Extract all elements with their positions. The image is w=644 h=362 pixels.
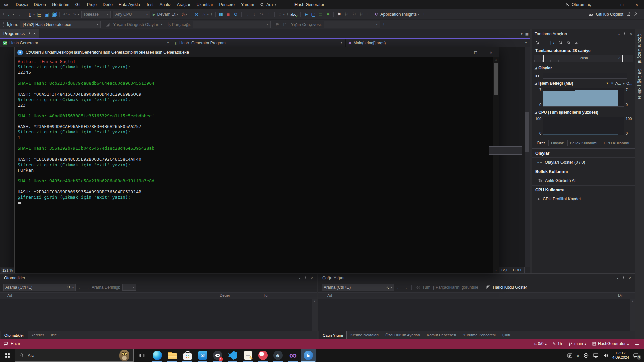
github-desktop-icon[interactable]: ☻ [270,349,285,362]
thread-select[interactable]: ▾ [193,21,271,28]
menu-item[interactable]: Görünüm [49,0,72,9]
console-scrollbar[interactable]: ▲ ▼ [493,57,499,273]
toolbar-icon[interactable]: ▾ [12,11,15,18]
show-events-link[interactable]: «» Olayları Göster (0 / 0) [532,158,635,167]
start-button[interactable] [0,353,15,358]
call-stack-list[interactable]: ▲ [318,299,635,331]
toolbar-icon[interactable]: ⚐ [343,11,350,18]
mail-icon[interactable]: ✉ [195,349,210,362]
menu-item[interactable]: Düzen [31,0,49,9]
back-icon[interactable]: ← [78,285,83,290]
toolbar-icon[interactable]: ↓ [251,11,258,18]
menu-item[interactable]: Test [143,0,157,9]
toolbar-icon[interactable]: ▾ [68,11,70,18]
column-header[interactable]: Değer [220,293,230,297]
show-hidden-icons-chevron[interactable]: ∧ [577,353,579,358]
panel-tab[interactable]: İzle 1 [47,331,63,339]
toolbar-icon[interactable]: → [244,11,250,18]
panel-tab[interactable]: Özel Durum Ayarları [382,331,423,339]
search-input[interactable] [324,285,385,290]
menu-item[interactable]: Uzantılar [193,0,216,9]
toolbar-icon[interactable]: ⊙ [193,11,200,18]
edge-icon[interactable] [150,349,165,362]
close-icon[interactable]: × [310,276,313,281]
show-external-code-button[interactable]: Harici Kodu Göster [493,285,527,290]
back-icon[interactable]: ← [396,285,401,290]
close-button[interactable]: × [483,47,499,57]
console-window[interactable]: C:\Users\Furkan\Desktop\HashGenerator\Ha… [14,47,499,273]
record-cpu-profile-link[interactable]: ● CPU Profilini Kaydet [532,194,635,204]
scroll-up-icon[interactable]: ▲ [495,57,497,62]
take-snapshot-link[interactable]: Anlık Görüntü Al [532,176,635,186]
volume-icon[interactable] [603,353,608,358]
sign-in-button[interactable]: Oturum aç [565,2,591,7]
scroll-down-icon[interactable]: ▼ [495,268,497,273]
toolbar-icon[interactable]: ▣ [51,11,57,18]
menu-item[interactable]: Derle [100,0,116,9]
toolbar-icon[interactable]: ⚑ [336,11,342,18]
panel-tab[interactable]: Yürütme Penceresi [460,331,499,339]
editor-scrollbar[interactable] [525,47,530,267]
toolbar-icon[interactable]: ➤ [303,11,309,18]
column-header[interactable]: Dil [618,293,622,297]
zoom-in-icon[interactable] [558,40,563,45]
copilot-button[interactable]: GitHub Copilot [596,12,623,17]
bell-icon[interactable] [635,341,639,346]
panel-tab[interactable]: Komut Penceresi [424,331,460,339]
show-all-threads-button[interactable]: Tüm İş Parçacıklarını görüntüle [422,285,478,290]
toolbar-icon[interactable]: ◌ [277,11,283,18]
scrollbar[interactable]: ▲ [630,299,635,331]
toolbar-icon[interactable]: ■ [225,11,232,18]
toolbar-icon[interactable]: ▮▮ [218,11,224,18]
panel-tab[interactable]: Çağrı Yığını [319,331,347,339]
stack-frame-select[interactable]: ▾ [324,21,380,28]
column-header[interactable]: Tür [263,293,269,297]
configuration-select[interactable]: Release▾ [81,11,111,18]
vs-code-icon[interactable] [225,349,240,362]
toolbar-icon[interactable] [300,12,301,17]
float-window-icon[interactable]: ▣ [525,32,529,36]
toolbar-icon[interactable] [333,12,334,17]
file-explorer-icon[interactable] [165,349,180,362]
toolbar-icon[interactable]: ↻ [232,11,239,18]
toolbar-icon[interactable]: ⌂ [201,11,207,18]
toolbar-icon[interactable]: ▾ [207,11,209,18]
search-input[interactable] [5,285,67,290]
notification-center[interactable]: 3 [633,352,641,358]
toolbar-icon[interactable]: ⋮ [286,11,289,18]
pin-icon[interactable] [303,276,307,280]
minimize-button[interactable]: — [600,0,614,9]
cpu-section-header[interactable]: ◢ CPU (Tüm işlemcilerin yüzdesi) [532,109,635,116]
repository-selector[interactable]: HashGenerator ▴ [592,341,629,346]
close-icon[interactable]: × [630,32,632,37]
settings-gear-icon[interactable] [535,40,540,45]
scrollbar-thumb[interactable] [525,112,529,152]
chevron-down-icon[interactable]: ▾ [299,276,300,280]
toolbar-icon[interactable]: ← [6,11,13,18]
tab-program-cs[interactable]: Program.cs × [0,29,39,38]
search-box[interactable]: ▾ [3,284,76,291]
member-dropdown[interactable]: ◆ Main(string[] args) ▾ [346,39,530,47]
toolbar-icon[interactable] [59,12,60,17]
memory-section-header[interactable]: ◢ İşlem Belleği (MB) ▼ ▼ A... ● Ö... [532,80,635,87]
task-view-icon[interactable] [139,352,145,358]
share-icon[interactable] [626,12,631,17]
toolbar-icon[interactable]: ⋮ [365,11,369,18]
scrollbar[interactable]: ▲ [312,299,317,331]
console-output[interactable]: Author: [Furkan Güçlü]Şifrenizi girin (Ç… [15,57,499,273]
toolbar-icon[interactable]: ▾ [77,11,80,18]
platform-select[interactable]: Any CPU▾ [113,11,150,18]
hash-generator-app-icon[interactable] [301,349,316,362]
sync-commits-button[interactable]: ↑↓ 0/0 ▴ [534,341,547,346]
toolbar-grip[interactable] [3,22,4,27]
toolbar-icon[interactable]: ▯ [26,11,33,18]
menu-item[interactable]: Proje [84,0,100,9]
process-select[interactable]: [4752] Hash Generator.exe▾ [20,21,101,28]
toolbar-icon[interactable] [191,12,191,17]
pending-edits-button[interactable]: ✎ 15 [552,341,562,346]
toolbar-icon[interactable]: ▢ [310,11,317,18]
network-icon[interactable] [593,353,599,358]
toolbar-icon[interactable] [371,12,371,17]
application-insights-button[interactable]: Application Insights ▾ ⋮ [374,11,426,18]
console-title-bar[interactable]: C:\Users\Furkan\Desktop\HashGenerator\Ha… [15,47,499,57]
